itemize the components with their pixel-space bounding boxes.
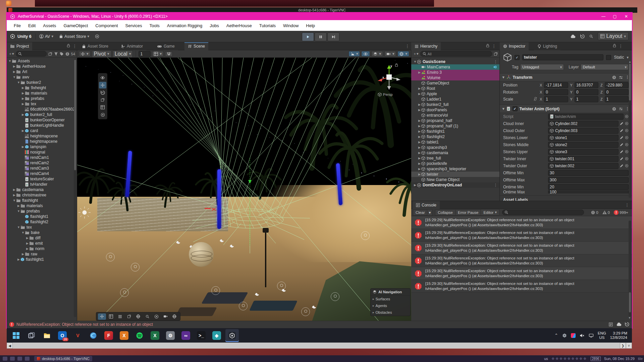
taskbar-task-view-icon[interactable] xyxy=(25,329,38,342)
error-pause-button[interactable]: Error Pause xyxy=(455,209,481,216)
orientation-gizmo[interactable]: x y xyxy=(376,62,402,95)
expander-icon[interactable]: ▶ xyxy=(418,119,421,122)
console-status-icon[interactable] xyxy=(609,322,613,326)
tree-row[interactable]: Ladder1 xyxy=(411,97,499,102)
cloud-outer-field[interactable]: Cylinder.003 xyxy=(548,128,619,134)
cloud-status-icon[interactable] xyxy=(616,322,622,326)
unity-titlebar[interactable]: AetherSurvival - OasisScene - Windows, M… xyxy=(7,13,632,20)
expander-icon[interactable]: ▶ xyxy=(418,140,421,144)
rotate-tool-button[interactable] xyxy=(99,89,106,96)
tree-row[interactable]: 66cd606676aabee266023 xyxy=(7,107,74,112)
tray-chevron-icon[interactable]: ⌃ xyxy=(554,333,558,338)
edit-icon[interactable] xyxy=(620,136,624,139)
expander-icon[interactable]: ▶ xyxy=(418,162,421,165)
tree-row[interactable]: entranceVol xyxy=(411,113,499,118)
account-dropdown[interactable]: AV▾ xyxy=(39,34,53,39)
view-tool-button[interactable] xyxy=(99,74,106,81)
tree-row[interactable]: ▶DontDestroyOnLoad⋮ xyxy=(411,182,499,188)
offtime-min-field[interactable]: 30 xyxy=(548,170,629,176)
add-object-button[interactable]: ＋▾ xyxy=(413,51,419,56)
expander-icon[interactable]: ▶ xyxy=(25,242,29,245)
target-button[interactable] xyxy=(95,34,99,39)
taskbar-zen-browser-icon[interactable]: F xyxy=(102,329,115,342)
scene-viewport[interactable]: AI Navigation ▸Surfaces▸Agents▸Obstacles xyxy=(77,58,411,321)
grid-snap-value[interactable]: 1 xyxy=(139,51,151,57)
tree-row[interactable]: ▶flashlight2 xyxy=(411,134,499,139)
expander-icon[interactable]: ▶ xyxy=(418,124,421,128)
tree-row[interactable]: ▼prefabs xyxy=(7,208,74,214)
tree-row[interactable]: ▶twister xyxy=(411,172,499,177)
tab-animator[interactable]: Animator xyxy=(117,42,146,50)
tree-row[interactable]: ▶raw xyxy=(7,251,74,257)
vnc-horizontal-scrollbar[interactable]: ◀ ❯ ˅ xyxy=(7,343,632,349)
tree-row[interactable]: New Game Object xyxy=(411,177,499,182)
help-icon[interactable]: ? xyxy=(612,75,616,79)
expander-icon[interactable]: ▶ xyxy=(25,236,29,240)
network-icon[interactable] xyxy=(589,334,594,338)
cloud-button[interactable] xyxy=(570,35,576,38)
gizmo-globe-button[interactable] xyxy=(170,313,178,320)
tree-row[interactable]: ▶card xyxy=(7,128,74,133)
taskbar-x-app-icon[interactable]: X xyxy=(117,329,131,342)
tree-row[interactable]: ▶castlemania xyxy=(7,187,74,192)
console-search-input[interactable] xyxy=(502,209,584,215)
scale-y-field[interactable]: 1 xyxy=(575,96,598,102)
hidden-count-icon[interactable] xyxy=(65,52,69,56)
collapse-button[interactable]: Collapse xyxy=(435,209,455,216)
taskbar-vlc-icon[interactable]: V xyxy=(71,329,85,342)
activity-status-icon[interactable] xyxy=(625,322,629,326)
perspective-label[interactable]: Persp xyxy=(378,93,393,97)
tab-project[interactable]: Project xyxy=(7,42,32,50)
expander-icon[interactable]: ▼ xyxy=(21,231,25,234)
tree-row[interactable]: ▶christmastree xyxy=(7,192,74,198)
taskbar-edge-icon[interactable] xyxy=(87,329,100,342)
tree-row[interactable]: ▶Root xyxy=(411,86,499,91)
kebab-icon[interactable]: ⋮ xyxy=(72,44,77,49)
volume-muted-icon[interactable] xyxy=(580,334,585,338)
object-picker-icon[interactable] xyxy=(625,115,629,118)
scale-tool-button[interactable] xyxy=(99,97,106,103)
object-picker-icon[interactable] xyxy=(625,122,629,125)
menu-tools[interactable]: Tools xyxy=(146,23,163,28)
tree-row[interactable]: flashlight1 xyxy=(7,214,74,219)
menu-aetherhouse[interactable]: AetherHouse xyxy=(223,23,256,28)
fullscreen-button[interactable] xyxy=(152,313,160,320)
expander-icon[interactable]: ▶ xyxy=(418,103,421,106)
rotation-y-field[interactable]: 0 xyxy=(575,89,598,95)
tab-scene[interactable]: Scene xyxy=(184,42,208,50)
expander-icon[interactable]: ▼ xyxy=(8,59,12,63)
grid-dropdown[interactable]: ▾ xyxy=(152,51,164,57)
transform-tool-button[interactable] xyxy=(99,111,106,118)
info-count-badge[interactable]: 0 xyxy=(589,210,600,215)
expander-icon[interactable]: ▶ xyxy=(418,173,421,176)
tree-row[interactable]: ▶flashlight1 xyxy=(411,129,499,134)
stones-lower-field[interactable]: stone1 xyxy=(548,135,619,141)
clock[interactable]: 3:29 PM12/8/2024 xyxy=(610,331,627,340)
tree-row[interactable]: ▶prefabs xyxy=(7,96,74,101)
unity-tray-icon[interactable] xyxy=(571,333,576,338)
taskbar-unity-hub-icon[interactable]: ◈ xyxy=(210,329,223,342)
expander-icon[interactable]: ▶ xyxy=(418,71,421,74)
tree-row[interactable]: ▶propsand_half (1) xyxy=(411,123,499,129)
tree-row[interactable]: #bunkerDoorOpener xyxy=(7,117,74,123)
twister-outer-field[interactable]: twister.002 xyxy=(548,163,619,169)
status-bar[interactable]: NullReferenceException: Object reference… xyxy=(7,321,632,327)
menu-gameobject[interactable]: GameObject xyxy=(60,23,92,28)
cloud-inner-field[interactable]: Cylinder.002 xyxy=(548,121,619,127)
ai-nav-item-agents[interactable]: ▸Agents xyxy=(371,302,410,309)
snap-toggle[interactable] xyxy=(165,51,173,57)
object-picker-icon[interactable] xyxy=(625,164,629,168)
object-picker-icon[interactable] xyxy=(625,136,629,139)
project-search-input[interactable] xyxy=(16,51,47,57)
kebab-icon[interactable]: ⋮ xyxy=(405,44,410,49)
camera-button[interactable] xyxy=(161,313,169,320)
menu-tutorials[interactable]: Tutorials xyxy=(256,23,279,28)
tree-row[interactable]: ▶norm xyxy=(7,246,74,251)
taskbar-spotify-icon[interactable] xyxy=(133,329,146,342)
scale-link-toggle[interactable] xyxy=(533,96,538,102)
component-enabled-checkbox[interactable]: ✓ xyxy=(513,106,518,111)
menu-animation-rigging[interactable]: Animation Rigging xyxy=(163,23,206,28)
scroll-up-icon[interactable]: ▲ xyxy=(629,60,631,63)
layers-list-button[interactable] xyxy=(116,313,124,320)
active-checkbox[interactable]: ✓ xyxy=(515,55,520,60)
